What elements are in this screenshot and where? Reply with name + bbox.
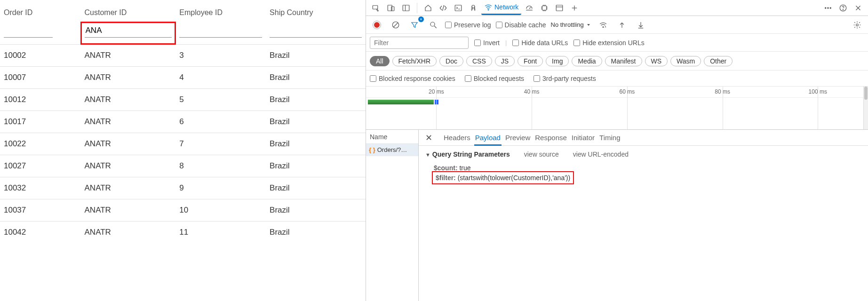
cell-ship-country: Brazil [266, 66, 366, 88]
table-row[interactable]: 10012ANATR5Brazil [0, 88, 366, 111]
filter-toggle-icon[interactable]: × [407, 18, 422, 32]
type-pill-js[interactable]: JS [495, 56, 515, 66]
view-url-encoded-link[interactable]: view URL-encoded [573, 150, 629, 158]
svg-point-15 [828, 7, 828, 8]
type-pill-img[interactable]: Img [546, 56, 569, 66]
detail-tabs: ✕ HeadersPayloadPreviewResponseInitiator… [419, 130, 868, 146]
tab-network[interactable]: Network [481, 1, 521, 15]
svg-point-14 [825, 7, 826, 8]
cell-employee-id: 8 [175, 155, 266, 177]
disable-cache-checkbox[interactable]: Disable cache [496, 21, 546, 29]
search-icon[interactable] [426, 18, 440, 32]
filter-customer-id[interactable] [85, 23, 172, 38]
detail-tab-timing[interactable]: Timing [598, 131, 621, 144]
data-grid-pane: Order ID Customer ID Employee ID Ship Co… [0, 0, 366, 301]
request-detail: ✕ HeadersPayloadPreviewResponseInitiator… [419, 130, 868, 301]
tab-sources[interactable] [466, 1, 480, 15]
view-source-link[interactable]: view source [524, 150, 559, 158]
hide-data-urls-checkbox[interactable]: Hide data URLs [512, 39, 568, 47]
clear-button[interactable] [389, 18, 403, 32]
inspect-icon[interactable] [369, 1, 383, 15]
cell-order-id: 10012 [0, 88, 81, 111]
settings-gear-icon[interactable] [850, 18, 864, 32]
third-party-checkbox[interactable]: 3rd-party requests [534, 75, 596, 82]
detail-tab-response[interactable]: Response [534, 131, 568, 144]
type-pill-media[interactable]: Media [572, 56, 602, 66]
tab-memory[interactable] [537, 1, 551, 15]
type-pill-ws[interactable]: WS [645, 56, 668, 66]
svg-line-22 [394, 23, 398, 27]
upload-har-icon[interactable] [615, 18, 629, 32]
type-pill-fetchxhr[interactable]: Fetch/XHR [392, 56, 437, 66]
network-timeline[interactable]: 20 ms40 ms60 ms80 ms100 ms [366, 87, 868, 130]
cell-ship-country: Brazil [266, 199, 366, 221]
detail-tab-initiator[interactable]: Initiator [571, 131, 596, 144]
svg-rect-0 [373, 5, 378, 9]
type-pill-all[interactable]: All [370, 56, 390, 66]
close-detail-icon[interactable]: ✕ [423, 133, 434, 143]
table-row[interactable]: 10037ANATR10Brazil [0, 199, 366, 221]
table-row[interactable]: 10017ANATR6Brazil [0, 111, 366, 133]
blocked-cookies-checkbox[interactable]: Blocked response cookies [370, 75, 455, 82]
filter-order-id[interactable] [4, 23, 53, 38]
timeline-scrollbar[interactable] [863, 87, 868, 129]
orders-grid: Order ID Customer ID Employee ID Ship Co… [0, 0, 366, 243]
tab-network-label: Network [494, 3, 518, 11]
request-item[interactable]: { }Orders/?… [366, 144, 418, 156]
type-pill-doc[interactable]: Doc [439, 56, 463, 66]
col-header-order-id[interactable]: Order ID [0, 0, 81, 22]
filter-employee-id[interactable] [179, 23, 262, 38]
request-list: Name { }Orders/?… [366, 130, 419, 301]
table-row[interactable]: 10032ANATR9Brazil [0, 177, 366, 199]
type-pill-manifest[interactable]: Manifest [605, 56, 642, 66]
type-pill-wasm[interactable]: Wasm [670, 56, 701, 66]
type-pill-other[interactable]: Other [704, 56, 733, 66]
table-row[interactable]: 10007ANATR4Brazil [0, 66, 366, 88]
throttling-select[interactable]: No throttling [551, 21, 591, 28]
download-har-icon[interactable] [634, 18, 648, 32]
dock-icon[interactable] [399, 1, 413, 15]
network-filter-row: Invert | Hide data URLs Hide extension U… [366, 34, 868, 52]
svg-point-6 [472, 5, 475, 8]
type-pill-font[interactable]: Font [518, 56, 543, 66]
invert-checkbox[interactable]: Invert [474, 39, 500, 47]
detail-tab-payload[interactable]: Payload [474, 131, 502, 146]
close-devtools-icon[interactable] [851, 1, 865, 15]
svg-rect-5 [455, 5, 462, 11]
record-button[interactable] [370, 18, 384, 32]
col-header-ship-country[interactable]: Ship Country [266, 0, 366, 22]
filter-input[interactable] [370, 37, 469, 49]
disclosure-triangle-icon[interactable]: ▼ [425, 152, 430, 158]
table-row[interactable]: 10042ANATR11Brazil [0, 221, 366, 243]
query-params-title: Query String Parameters [432, 150, 510, 158]
device-toggle-icon[interactable] [384, 1, 398, 15]
tab-performance[interactable] [522, 1, 536, 15]
help-icon[interactable] [836, 1, 850, 15]
preserve-log-checkbox[interactable]: Preserve log [445, 21, 491, 29]
filter-ship-country[interactable] [270, 23, 362, 38]
table-row[interactable]: 10027ANATR8Brazil [0, 155, 366, 177]
tab-application[interactable] [552, 1, 566, 15]
detail-tab-headers[interactable]: Headers [443, 131, 471, 144]
tab-elements[interactable] [436, 1, 450, 15]
table-row[interactable]: 10022ANATR7Brazil [0, 133, 366, 155]
payload-panel: ▼ Query String Parameters view source vi… [419, 146, 868, 187]
col-header-customer-id[interactable]: Customer ID [81, 0, 176, 22]
tab-console[interactable] [451, 1, 465, 15]
network-conditions-icon[interactable] [596, 18, 610, 32]
col-header-employee-id[interactable]: Employee ID [175, 0, 266, 22]
detail-tab-preview[interactable]: Preview [504, 131, 531, 144]
table-row[interactable]: 10002ANATR3Brazil [0, 44, 366, 66]
request-name: Orders/?… [377, 146, 407, 153]
cell-customer-id: ANATR [81, 44, 176, 66]
query-param: $filter: (startswith(tolower(CustomerID)… [434, 173, 572, 182]
tab-welcome[interactable] [421, 1, 435, 15]
tab-add[interactable] [567, 1, 581, 15]
request-list-header[interactable]: Name [366, 130, 418, 144]
hide-extension-urls-checkbox[interactable]: Hide extension URLs [573, 39, 645, 47]
more-icon[interactable] [821, 1, 835, 15]
cell-employee-id: 6 [175, 111, 266, 133]
svg-rect-3 [403, 5, 409, 11]
type-pill-css[interactable]: CSS [466, 56, 492, 66]
blocked-requests-checkbox[interactable]: Blocked requests [465, 75, 524, 82]
